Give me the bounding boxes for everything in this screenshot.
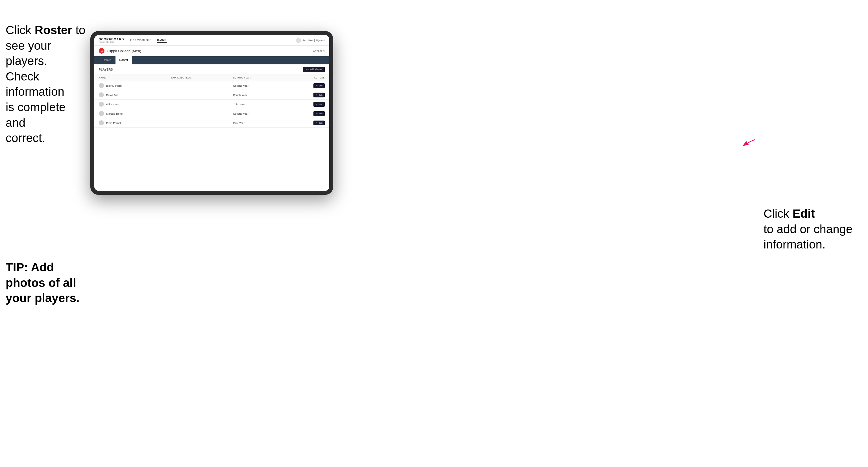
right-annotation-edit: Click Editto add or changeinformation. xyxy=(764,206,860,252)
avatar xyxy=(99,111,104,116)
player-email xyxy=(167,81,229,90)
edit-button[interactable]: ✏ Edit xyxy=(313,121,325,125)
team-title-row: C Clippd College (Men) xyxy=(99,48,141,54)
cancel-button[interactable]: Cancel ✕ xyxy=(313,50,325,53)
player-school-year: Second Year xyxy=(229,109,286,118)
player-name-cell: Piers Parnell xyxy=(94,118,167,128)
powered-by: Powered by clippi xyxy=(99,41,124,43)
tablet-device: SCOREBOARD Powered by clippi TOURNAMENTS… xyxy=(90,31,333,195)
player-actions: ✏ Edit xyxy=(285,109,329,118)
pencil-icon: ✏ xyxy=(316,103,318,105)
team-header: C Clippd College (Men) Cancel ✕ xyxy=(94,46,329,56)
tab-details[interactable]: Details xyxy=(99,56,116,64)
add-player-button[interactable]: + + Add Player xyxy=(303,67,325,72)
player-school-year: First Year xyxy=(229,118,286,128)
arrow-to-edit xyxy=(741,138,756,148)
player-email xyxy=(167,90,229,100)
col-email: EMAIL ADDRESS xyxy=(167,75,229,81)
col-name: NAME xyxy=(94,75,167,81)
tablet-screen: SCOREBOARD Powered by clippi TOURNAMENTS… xyxy=(94,35,329,191)
left-annotation-top: Click Roster tosee your players.Check in… xyxy=(6,23,88,146)
annotation-text-edit: Click Editto add or changeinformation. xyxy=(764,207,852,251)
player-name-cell: Marcus Turner xyxy=(94,109,167,118)
player-name-cell: David Ford xyxy=(94,90,167,100)
player-school-year: Second Year xyxy=(229,81,286,90)
user-info: Test User | Sign out xyxy=(296,38,325,43)
pencil-icon: ✏ xyxy=(316,94,318,96)
players-section: PLAYERS + + Add Player NAME EMAIL ADDRES… xyxy=(94,64,329,191)
nav-teams[interactable]: TEAMS xyxy=(157,38,166,43)
table-row: Elliot Ebert Third Year ✏ Edit xyxy=(94,100,329,109)
brand: SCOREBOARD Powered by clippi xyxy=(99,37,124,43)
player-school-year: Third Year xyxy=(229,100,286,109)
table-row: David Ford Fourth Year ✏ Edit xyxy=(94,90,329,100)
navbar: SCOREBOARD Powered by clippi TOURNAMENTS… xyxy=(94,35,329,46)
player-actions: ✏ Edit xyxy=(285,118,329,128)
players-table: NAME EMAIL ADDRESS SCHOOL YEAR ACTIONS B… xyxy=(94,75,329,128)
avatar xyxy=(99,120,104,125)
player-name-cell: Elliot Ebert xyxy=(94,100,167,109)
pencil-icon: ✏ xyxy=(316,85,318,87)
annotation-text-roster: Click Roster tosee your players.Check in… xyxy=(6,24,85,145)
player-actions: ✏ Edit xyxy=(285,100,329,109)
player-actions: ✏ Edit xyxy=(285,90,329,100)
col-school-year: SCHOOL YEAR xyxy=(229,75,286,81)
edit-button[interactable]: ✏ Edit xyxy=(313,93,325,97)
nav-tournaments[interactable]: TOURNAMENTS xyxy=(130,38,151,43)
table-header: NAME EMAIL ADDRESS SCHOOL YEAR ACTIONS xyxy=(94,75,329,81)
players-header: PLAYERS + + Add Player xyxy=(94,64,329,75)
avatar xyxy=(99,83,104,88)
tab-bar: Details Roster xyxy=(94,56,329,64)
player-school-year: Fourth Year xyxy=(229,90,286,100)
players-label: PLAYERS xyxy=(99,68,113,71)
tab-roster[interactable]: Roster xyxy=(116,56,132,64)
edit-button[interactable]: ✏ Edit xyxy=(313,83,325,88)
user-avatar xyxy=(296,38,301,43)
table-row: Marcus Turner Second Year ✏ Edit xyxy=(94,109,329,118)
player-email xyxy=(167,118,229,128)
avatar xyxy=(99,102,104,107)
table-row: Piers Parnell First Year ✏ Edit xyxy=(94,118,329,128)
player-name-cell: Blair McHarg xyxy=(94,81,167,90)
players-list: Blair McHarg Second Year ✏ Edit xyxy=(94,81,329,128)
edit-button[interactable]: ✏ Edit xyxy=(313,102,325,107)
nav-links: TOURNAMENTS TEAMS xyxy=(130,38,296,43)
tip-annotation: TIP: Add photos of all your players. xyxy=(6,260,93,306)
brand-title: SCOREBOARD xyxy=(99,37,124,41)
edit-button[interactable]: ✏ Edit xyxy=(313,111,325,116)
player-email xyxy=(167,100,229,109)
avatar xyxy=(99,92,104,97)
player-email xyxy=(167,109,229,118)
table-row: Blair McHarg Second Year ✏ Edit xyxy=(94,81,329,90)
pencil-icon: ✏ xyxy=(316,122,318,124)
player-actions: ✏ Edit xyxy=(285,81,329,90)
col-actions: ACTIONS xyxy=(285,75,329,81)
team-name: Clippd College (Men) xyxy=(107,49,141,53)
pencil-icon: ✏ xyxy=(316,113,318,115)
user-label: Test User | Sign out xyxy=(303,39,325,42)
team-icon: C xyxy=(99,48,104,54)
